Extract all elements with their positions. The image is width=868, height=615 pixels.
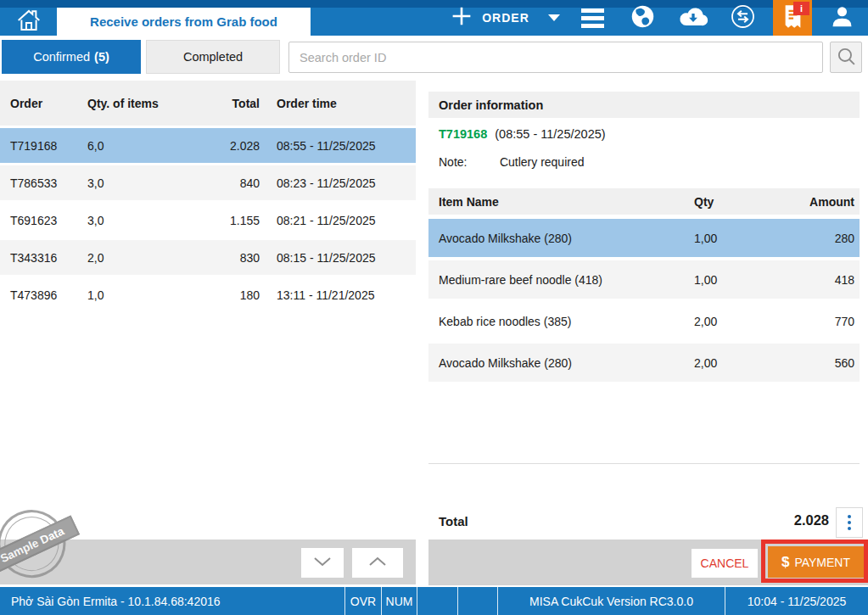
order-id-cell: T343316: [0, 251, 87, 265]
tab-confirmed-label: Confirmed: [33, 50, 90, 64]
cloud-download-icon: [677, 5, 709, 31]
orders-list-footer: [0, 540, 416, 584]
item-name-cell: Avocado Milkshake (280): [428, 356, 694, 370]
order-note: Note: Cutlery required: [439, 155, 585, 169]
payment-button-label: PAYMENT: [794, 556, 850, 569]
home-icon: [15, 7, 42, 37]
payment-button[interactable]: $ PAYMENT: [768, 546, 864, 578]
item-amount-cell: 770: [796, 315, 860, 328]
item-row[interactable]: Medium-rare beef noodle (418)1,00418: [428, 260, 860, 299]
order-information-panel: Order information T719168 (08:55 - 11/25…: [428, 81, 868, 585]
orders-table-body: T7191686,02.02808:55 - 11/25/2025T786533…: [0, 128, 416, 312]
item-qty-cell: 2,00: [694, 315, 796, 328]
menu-icon: [581, 8, 604, 28]
order-row[interactable]: T3433162,083008:15 - 11/25/2025: [0, 240, 416, 275]
globe-icon: [630, 3, 656, 33]
plus-icon: [451, 6, 472, 30]
item-qty-cell: 2,00: [694, 356, 796, 370]
order-qty-cell: 2,0: [87, 251, 160, 265]
tab-confirmed[interactable]: Confirmed (5): [2, 40, 141, 74]
home-button[interactable]: [0, 8, 57, 36]
filter-bar: Confirmed (5) Completed: [0, 36, 868, 81]
tab-completed-label: Completed: [183, 50, 243, 64]
order-qty-cell: 6,0: [87, 139, 160, 153]
item-amount-cell: 280: [796, 232, 860, 245]
top-navigation-bar: Receive orders from Grab food ORDER: [0, 0, 868, 36]
scroll-down-button[interactable]: [301, 548, 344, 578]
order-time-cell: 08:21 - 11/25/2025: [272, 214, 416, 227]
order-qty-cell: 3,0: [87, 176, 160, 190]
status-bar: Phở Sài Gòn Ermita - 10.1.84.68:42016 OV…: [0, 587, 868, 615]
column-header-order-time: Order time: [272, 97, 416, 110]
order-qty-cell: 3,0: [87, 214, 160, 227]
search-button[interactable]: [830, 42, 862, 73]
order-actions-bar: CANCEL $ PAYMENT: [428, 540, 868, 585]
column-header-qty: Qty. of items: [87, 97, 160, 110]
items-table-header: Item Name Qty Amount: [428, 188, 860, 215]
order-total-cell: 180: [160, 288, 272, 302]
order-total-cell: 840: [160, 176, 272, 190]
order-time-cell: 13:11 - 11/21/2025: [272, 288, 416, 302]
order-row[interactable]: T6916233,01.15508:21 - 11/25/2025: [0, 203, 416, 238]
account-button[interactable]: [825, 0, 859, 36]
column-header-item-qty: Qty: [694, 195, 796, 209]
item-name-cell: Kebab rice noodles (385): [428, 315, 694, 328]
status-empty-cell: [458, 587, 498, 615]
column-header-item-amount: Amount: [796, 195, 860, 209]
status-ovr-indicator: OVR: [345, 587, 382, 615]
new-order-button[interactable]: ORDER: [438, 0, 574, 36]
order-total-cell: 830: [160, 251, 272, 265]
order-items-table: Item Name Qty Amount Avocado Milkshake (…: [428, 188, 860, 464]
order-time: (08:55 - 11/25/2025): [495, 127, 605, 141]
search-input[interactable]: [288, 42, 823, 73]
more-options-button[interactable]: [836, 507, 863, 538]
caret-down-icon: [548, 14, 560, 21]
tab-completed[interactable]: Completed: [146, 40, 280, 74]
order-qty-cell: 1,0: [87, 288, 160, 302]
status-num-indicator: NUM: [382, 587, 417, 615]
cancel-button[interactable]: CANCEL: [692, 549, 758, 578]
info-badge: i: [793, 2, 809, 15]
order-total-row: Total 2.028: [428, 507, 868, 538]
item-row[interactable]: Avocado Milkshake (280)2,00560: [428, 344, 860, 382]
order-time-cell: 08:15 - 11/25/2025: [272, 251, 416, 265]
notifications-button[interactable]: i: [773, 0, 812, 36]
order-time-cell: 08:55 - 11/25/2025: [272, 139, 416, 153]
order-information-title: Order information: [428, 92, 860, 118]
order-id-cell: T719168: [0, 139, 87, 153]
screen-tab-title: Receive orders from Grab food: [90, 14, 277, 29]
item-name-cell: Avocado Milkshake (280): [428, 232, 694, 245]
status-app-version: MISA CukCuk Version RC3.0.0: [498, 587, 725, 615]
order-row[interactable]: T7865333,084008:23 - 11/25/2025: [0, 165, 416, 200]
item-amount-cell: 560: [796, 356, 860, 370]
item-row[interactable]: Avocado Milkshake (280)1,00280: [428, 219, 860, 257]
dollar-icon: $: [781, 554, 789, 571]
language-globe-button[interactable]: [628, 0, 657, 36]
chevron-up-icon: [367, 555, 389, 571]
kebab-menu-icon: [848, 515, 851, 530]
order-id: T719168: [439, 127, 487, 141]
order-button-label: ORDER: [482, 11, 529, 25]
user-icon: [829, 3, 855, 33]
items-table-body: Avocado Milkshake (280)1,00280Medium-rar…: [428, 219, 860, 382]
sync-download-button[interactable]: [677, 0, 709, 36]
order-row[interactable]: T4738961,018013:11 - 11/21/2025: [0, 277, 416, 312]
note-label: Note:: [439, 155, 496, 169]
note-value: Cutlery required: [500, 155, 585, 169]
active-screen-tab[interactable]: Receive orders from Grab food: [57, 8, 311, 36]
menu-button[interactable]: [579, 0, 606, 36]
status-store-address: Phở Sài Gòn Ermita - 10.1.84.68:42016: [0, 587, 345, 615]
status-empty-cell: [417, 587, 458, 615]
sync-arrows-icon: [730, 3, 756, 33]
data-transfer-button[interactable]: [728, 0, 757, 36]
pos-window: Receive orders from Grab food ORDER: [0, 0, 868, 615]
order-row[interactable]: T7191686,02.02808:55 - 11/25/2025: [0, 128, 416, 163]
item-name-cell: Medium-rare beef noodle (418): [428, 273, 694, 287]
scroll-up-button[interactable]: [352, 548, 403, 578]
column-header-item-name: Item Name: [428, 195, 694, 209]
item-row[interactable]: Kebab rice noodles (385)2,00770: [428, 302, 860, 340]
chevron-down-icon: [311, 555, 333, 571]
orders-table-header: Order Qty. of items Total Order time: [0, 81, 416, 126]
order-id-line: T719168 (08:55 - 11/25/2025): [439, 127, 606, 141]
order-total-cell: 1.155: [160, 214, 272, 227]
